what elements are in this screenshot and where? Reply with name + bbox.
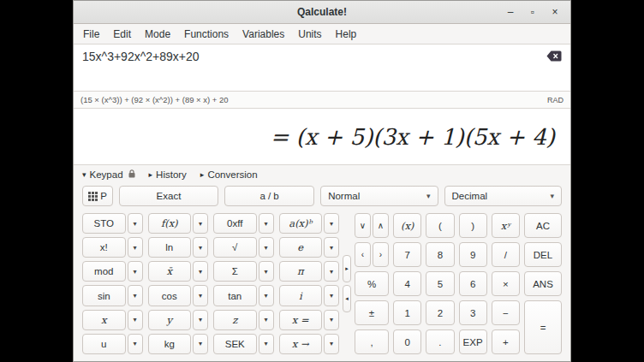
imaginary-button[interactable]: i <box>279 285 323 306</box>
nav-right-button[interactable]: › <box>373 242 389 267</box>
digit-9-button[interactable]: 9 <box>459 242 487 267</box>
history-panel-toggle[interactable]: ▸ History <box>149 169 187 180</box>
expression-text[interactable]: 15x^3+92x^2+89x+20 <box>82 50 562 63</box>
e-constant-menu-button[interactable]: ▾ <box>324 237 339 258</box>
menu-units[interactable]: Units <box>292 26 327 43</box>
hex-0xff-button[interactable]: 0xff <box>213 213 257 234</box>
convert-to-menu-button[interactable]: ▾ <box>324 334 339 354</box>
digit-6-button[interactable]: 6 <box>459 271 487 296</box>
digit-7-button[interactable]: 7 <box>393 242 421 267</box>
sqrt-button[interactable]: √ <box>213 237 257 258</box>
programmer-keypad-button[interactable]: P <box>82 186 113 206</box>
ans-button[interactable]: ANS <box>524 271 562 296</box>
menu-file[interactable]: File <box>77 26 105 43</box>
unit-u-button[interactable]: u <box>82 334 126 354</box>
menu-mode[interactable]: Mode <box>139 26 176 43</box>
menu-edit[interactable]: Edit <box>107 26 137 43</box>
cos-button[interactable]: cos <box>148 285 192 306</box>
comma-button[interactable]: , <box>355 329 389 354</box>
exact-toggle-button[interactable]: Exact <box>119 186 218 206</box>
mean-menu-button[interactable]: ▾ <box>193 261 208 282</box>
var-z-menu-button[interactable]: ▾ <box>259 310 274 330</box>
hex-0xff-menu-button[interactable]: ▾ <box>259 213 274 234</box>
conversion-panel-toggle[interactable]: ▸ Conversion <box>200 169 258 180</box>
function-fx-button[interactable]: f(x) <box>148 213 192 234</box>
divide-button[interactable]: / <box>492 242 520 267</box>
var-y-button[interactable]: y <box>148 310 192 330</box>
ln-button[interactable]: ln <box>148 237 192 258</box>
sqrt-menu-button[interactable]: ▾ <box>259 237 274 258</box>
minimize-button[interactable]: – <box>502 3 519 21</box>
pi-button[interactable]: π <box>279 261 323 282</box>
tan-menu-button[interactable]: ▾ <box>259 285 274 306</box>
equals-button[interactable]: = <box>524 300 562 354</box>
nav-down-button[interactable]: ∨ <box>355 213 371 238</box>
percent-button[interactable]: % <box>355 271 389 296</box>
digit-1-button[interactable]: 1 <box>393 300 421 325</box>
nav-left-button[interactable]: ‹ <box>355 242 371 267</box>
factorial-button[interactable]: x! <box>82 237 126 258</box>
sto-button[interactable]: STO <box>82 213 126 234</box>
expand-left-icon[interactable]: ◂ <box>343 285 351 312</box>
lock-icon[interactable] <box>128 169 135 180</box>
cos-menu-button[interactable]: ▾ <box>193 285 208 306</box>
digit-4-button[interactable]: 4 <box>393 271 421 296</box>
plus-minus-button[interactable]: ± <box>355 300 389 325</box>
digit-2-button[interactable]: 2 <box>426 300 454 325</box>
sin-menu-button[interactable]: ▾ <box>128 285 143 306</box>
solve-equals-menu-button[interactable]: ▾ <box>324 310 339 330</box>
ac-button[interactable]: AC <box>524 213 562 238</box>
menu-functions[interactable]: Functions <box>178 26 235 43</box>
clear-expression-icon[interactable] <box>546 50 562 64</box>
minus-button[interactable]: − <box>492 300 520 325</box>
power-button[interactable]: xʸ <box>492 213 520 238</box>
exp-button[interactable]: EXP <box>459 329 487 354</box>
maximize-button[interactable]: ▫ <box>524 3 541 21</box>
pi-menu-button[interactable]: ▾ <box>324 261 339 282</box>
plus-button[interactable]: + <box>492 329 520 354</box>
multiply-button[interactable]: × <box>492 271 520 296</box>
convert-to-button[interactable]: x → <box>279 334 323 354</box>
expand-right-icon[interactable]: ▸ <box>343 255 351 282</box>
ln-menu-button[interactable]: ▾ <box>193 237 208 258</box>
parenthesize-button[interactable]: (x) <box>393 213 421 238</box>
digit-8-button[interactable]: 8 <box>426 242 454 267</box>
e-constant-button[interactable]: e <box>279 237 323 258</box>
imaginary-menu-button[interactable]: ▾ <box>324 285 339 306</box>
sum-menu-button[interactable]: ▾ <box>259 261 274 282</box>
power-axb-button[interactable]: a(x)ᵇ <box>279 213 323 234</box>
decimal-point-button[interactable]: . <box>426 329 454 354</box>
fraction-toggle-button[interactable]: a / b <box>224 186 314 206</box>
close-button[interactable]: × <box>546 3 564 21</box>
factorial-menu-button[interactable]: ▾ <box>128 237 143 258</box>
nav-up-button[interactable]: ∧ <box>373 213 389 238</box>
open-paren-button[interactable]: ( <box>426 213 454 238</box>
menu-variables[interactable]: Variables <box>236 26 290 43</box>
var-y-menu-button[interactable]: ▾ <box>193 310 208 330</box>
expression-entry[interactable]: 15x^3+92x^2+89x+20 <box>74 45 570 92</box>
keypad-panel-toggle[interactable]: ▾ Keypad <box>82 169 135 180</box>
currency-sek-button[interactable]: SEK <box>213 334 257 354</box>
mean-button[interactable]: x̄ <box>148 261 192 282</box>
mod-button[interactable]: mod <box>82 261 126 282</box>
sin-button[interactable]: sin <box>82 285 126 306</box>
unit-kg-button[interactable]: kg <box>148 334 192 354</box>
digit-3-button[interactable]: 3 <box>459 300 487 325</box>
number-base-dropdown[interactable]: Decimal ▾ <box>444 186 562 206</box>
function-fx-menu-button[interactable]: ▾ <box>193 213 208 234</box>
sto-menu-button[interactable]: ▾ <box>128 213 143 234</box>
display-mode-dropdown[interactable]: Normal ▾ <box>320 186 438 206</box>
currency-sek-menu-button[interactable]: ▾ <box>259 334 274 354</box>
var-x-button[interactable]: x <box>82 310 126 330</box>
close-paren-button[interactable]: ) <box>459 213 487 238</box>
digit-0-button[interactable]: 0 <box>393 329 421 354</box>
menu-help[interactable]: Help <box>330 26 363 43</box>
var-z-button[interactable]: z <box>213 310 257 330</box>
mod-menu-button[interactable]: ▾ <box>128 261 143 282</box>
digit-5-button[interactable]: 5 <box>426 271 454 296</box>
tan-button[interactable]: tan <box>213 285 257 306</box>
unit-u-menu-button[interactable]: ▾ <box>128 334 143 354</box>
solve-equals-button[interactable]: x = <box>279 310 323 330</box>
del-button[interactable]: DEL <box>524 242 562 267</box>
sum-button[interactable]: Σ <box>213 261 257 282</box>
